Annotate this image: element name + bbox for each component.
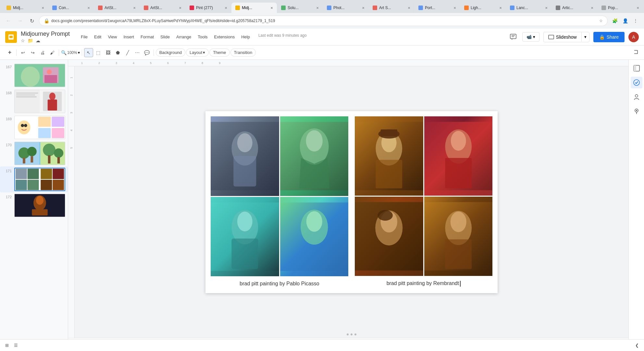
tab-close-icon[interactable]: ✕: [545, 6, 548, 10]
tab-midjour2-active[interactable]: Midj... ✕: [231, 3, 277, 13]
tab-solu[interactable]: Solu... ✕: [277, 3, 323, 13]
slide-content[interactable]: brad pitt painting by Pablo Picasso: [205, 111, 498, 293]
zoom-control[interactable]: 🔍 100% ▾: [61, 50, 80, 55]
tab-pint[interactable]: Pint (277) ✕: [186, 3, 231, 13]
reload-button[interactable]: ↻: [27, 16, 36, 25]
map-panel-icon: [633, 108, 640, 115]
tab-con[interactable]: Con... ✕: [48, 3, 94, 13]
sidebar-check-icon[interactable]: [631, 77, 642, 88]
slide-item-171[interactable]: 171: [0, 166, 68, 192]
address-bar[interactable]: 🔒 docs.google.com/presentation/d/1wugxrc…: [39, 16, 608, 26]
slide-item-168[interactable]: 168: [0, 88, 68, 114]
grid-view-button[interactable]: ⊞: [5, 343, 9, 348]
forward-button[interactable]: →: [16, 16, 25, 25]
menu-tools[interactable]: Tools: [194, 33, 211, 41]
tab-arts3[interactable]: Art S... ✕: [369, 3, 414, 13]
tab-close-icon[interactable]: ✕: [499, 6, 502, 10]
print-button[interactable]: 🖨: [38, 48, 47, 57]
theme-button[interactable]: Theme: [209, 48, 229, 57]
undo-button[interactable]: ↩: [19, 48, 28, 57]
profile-icon[interactable]: 👤: [621, 16, 630, 25]
slide-item-169[interactable]: 169: [0, 114, 68, 140]
paint-format-button[interactable]: 🖌: [48, 48, 57, 57]
transition-button[interactable]: Transition: [230, 48, 256, 57]
tab-lang[interactable]: Lanc... ✕: [506, 3, 551, 13]
tab-close-icon[interactable]: ✕: [225, 6, 227, 10]
slideshow-label: Slideshow: [556, 34, 577, 40]
star-icon[interactable]: ☆: [21, 38, 25, 43]
tab-phot[interactable]: Phot... ✕: [323, 3, 368, 13]
cursor-tool[interactable]: ↖: [84, 48, 93, 57]
cloud-icon[interactable]: ☁: [36, 38, 40, 43]
star-icon[interactable]: ☆: [599, 19, 603, 23]
tab-artst1[interactable]: ArtSt... ✕: [94, 3, 140, 13]
tab-close-icon[interactable]: ✕: [362, 6, 365, 10]
collapse-panel-button[interactable]: [633, 49, 639, 56]
tab-close-icon[interactable]: ✕: [133, 6, 136, 10]
sidebar-layout-icon[interactable]: [631, 62, 642, 74]
line-tool[interactable]: ╱: [123, 48, 132, 57]
tab-artst2[interactable]: ArtSt... ✕: [140, 3, 185, 13]
redo-button[interactable]: ↪: [28, 48, 37, 57]
tab-title: Ligh...: [471, 6, 497, 10]
menu-edit[interactable]: Edit: [91, 33, 105, 41]
slide-item-167[interactable]: 167: [0, 62, 68, 88]
back-button[interactable]: ←: [4, 16, 13, 25]
tab-ligh[interactable]: Ligh... ✕: [460, 3, 506, 13]
tab-close-icon[interactable]: ✕: [453, 6, 456, 10]
slideshow-button[interactable]: Slideshow: [544, 32, 581, 42]
collapse-icon: [633, 49, 639, 55]
more-tools-button[interactable]: ⋯: [133, 48, 142, 57]
tab-midjour1[interactable]: Midj... ✕: [3, 3, 48, 13]
collapse-sidebar-button[interactable]: ❮: [635, 343, 639, 348]
layout-button[interactable]: Layout ▾: [186, 48, 209, 57]
right-sidebar: [628, 60, 644, 351]
image-tool[interactable]: 🖼: [104, 48, 113, 57]
folder-icon[interactable]: 📁: [28, 38, 33, 43]
tab-artic[interactable]: Artic... ✕: [552, 3, 597, 13]
zoom-out-icon[interactable]: 🔍: [61, 50, 67, 55]
toolbar-divider-2: [59, 49, 59, 56]
zoom-dropdown-icon[interactable]: ▾: [78, 50, 80, 55]
tab-close-icon[interactable]: ✕: [270, 6, 273, 10]
tab-close-icon[interactable]: ✕: [179, 6, 181, 10]
filmstrip-button[interactable]: ☰: [14, 343, 18, 348]
tab-close-icon[interactable]: ✕: [637, 6, 639, 10]
slide-item-172[interactable]: 172: [0, 192, 68, 218]
more-icon[interactable]: ⋮: [631, 16, 640, 25]
tab-close-icon[interactable]: ✕: [316, 6, 319, 10]
comment-insert-button[interactable]: 💬: [142, 48, 152, 57]
background-button[interactable]: Background: [156, 48, 185, 57]
menu-format[interactable]: Format: [137, 33, 157, 41]
svg-rect-15: [16, 93, 38, 94]
tab-close-icon[interactable]: ✕: [42, 6, 44, 10]
tab-close-icon[interactable]: ✕: [87, 6, 90, 10]
tab-port[interactable]: Port... ✕: [415, 3, 460, 13]
user-avatar[interactable]: A: [628, 32, 639, 42]
menu-insert[interactable]: Insert: [120, 33, 137, 41]
share-button[interactable]: 🔒 Share: [593, 32, 625, 42]
menu-extensions[interactable]: Extensions: [211, 33, 238, 41]
shape-tool[interactable]: ⬟: [113, 48, 122, 57]
text-box-tool[interactable]: ⬚: [94, 48, 103, 57]
sidebar-person-icon[interactable]: [631, 91, 642, 103]
menu-slide[interactable]: Slide: [157, 33, 173, 41]
menu-arrange[interactable]: Arrange: [173, 33, 194, 41]
rembrandt-image-grid: [355, 116, 492, 276]
sidebar-map-icon[interactable]: [631, 105, 642, 117]
menu-help[interactable]: Help: [238, 33, 253, 41]
tab-pop[interactable]: Pop... ✕: [598, 3, 643, 13]
svg-rect-6: [549, 35, 554, 39]
slideshow-dropdown-button[interactable]: ▾: [581, 32, 589, 42]
menu-file[interactable]: File: [78, 33, 91, 41]
add-button[interactable]: +: [5, 48, 14, 57]
slide-item-170[interactable]: 170: [0, 140, 68, 166]
comment-button[interactable]: [508, 32, 518, 42]
menu-view[interactable]: View: [105, 33, 120, 41]
tab-close-icon[interactable]: ✕: [408, 6, 410, 10]
tab-close-icon[interactable]: ✕: [591, 6, 593, 10]
extensions-icon[interactable]: 🧩: [610, 16, 619, 25]
meet-button[interactable]: 📹 ▾: [522, 32, 539, 42]
slide-thumbnail-svg: [15, 64, 65, 87]
meet-dropdown-icon: ▾: [533, 34, 535, 39]
